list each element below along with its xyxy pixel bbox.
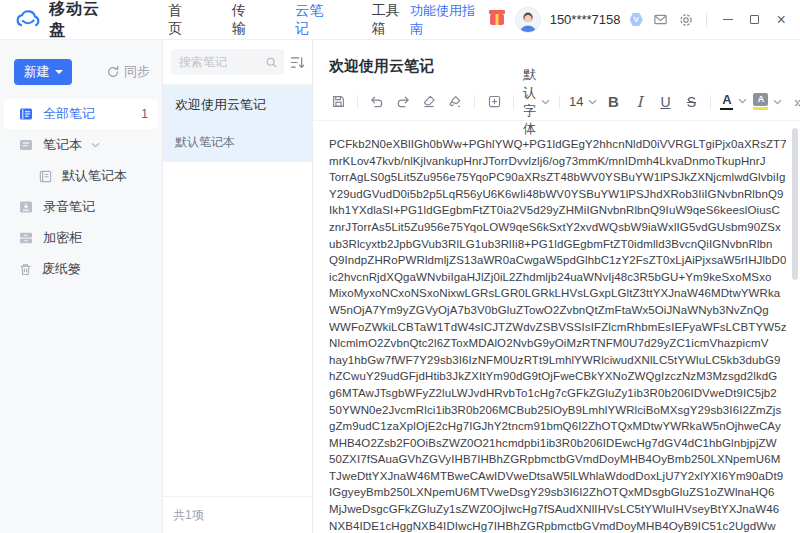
search-icon[interactable] [265, 56, 278, 69]
note-body-line: ub3Rlcyxtb2JpbGVub3RlLG1ub3RlIi8+PG1ldGE… [329, 236, 786, 253]
caret-down-icon [55, 70, 63, 74]
clear-format-icon[interactable] [442, 90, 468, 114]
note-body-line: TorrAgLS0g5Lit5Zu956e75YqoPC90aXRsZT48bW… [329, 169, 786, 186]
gift-icon[interactable] [490, 14, 503, 25]
insert-icon[interactable] [481, 90, 507, 114]
safe-box-icon [18, 230, 34, 246]
italic-button[interactable]: I [626, 90, 652, 114]
strikethrough-button[interactable]: S [678, 90, 704, 114]
app-window: 移动云盘 首页 传输 云笔记 工具箱 功能使用指南 150****7158 V [0, 0, 800, 533]
main-nav: 首页 传输 云笔记 工具箱 [168, 2, 410, 38]
nav-cloud-notes[interactable]: 云笔记 [295, 2, 333, 38]
highlight-color-button[interactable]: A [750, 93, 785, 110]
sidebar-item-label: 废纸篓 [42, 260, 81, 278]
note-body-line: NlcmlmO2ZvbnQtc2l6ZToxMDAlO2NvbG9yOiMzRT… [329, 335, 786, 352]
maximize-button[interactable] [746, 10, 764, 30]
sidebar-item-voice-notes[interactable]: 录音笔记 [4, 192, 158, 222]
note-body[interactable]: PCFkb2N0eXBlIGh0bWw+PGhlYWQ+PG1ldGEgY2hh… [313, 121, 800, 533]
account-phone[interactable]: 150****7158 [550, 12, 621, 27]
note-body-line: WWFoZWkiLCBTaW1TdW4sICJTZWdvZSBVSSIsIFZl… [329, 319, 786, 336]
font-size-value: 14 [569, 94, 583, 109]
save-icon[interactable] [325, 90, 351, 114]
chevron-down-icon [738, 98, 747, 104]
minimize-button[interactable] [719, 10, 737, 30]
sort-icon[interactable] [290, 56, 305, 69]
note-body-line: MHB4O2Zsb2F0OiBsZWZ0O21hcmdpbi1ib3R0b206… [329, 435, 786, 452]
sidebar-actions: 新建 同步 [0, 59, 162, 85]
sidebar-item-label: 全部笔记 [43, 105, 95, 123]
chevron-down-icon [541, 99, 550, 105]
eraser-icon[interactable] [416, 90, 442, 114]
note-body-line: TJweDttYXJnaW46MTBweCAwIDVweDtsaW5lLWhla… [329, 468, 786, 485]
note-body-line: hZCwuY29udGFjdHtib3JkZXItYm90dG9tOjFweCB… [329, 368, 786, 385]
note-body-line: mrKLov47kvb/nlKjlvankupHnrJTorrDvvlzlj6/… [329, 153, 786, 170]
voice-note-icon [18, 199, 34, 215]
text-color-icon: A [720, 93, 733, 111]
sidebar-item-label: 录音笔记 [43, 198, 95, 216]
font-size-select[interactable]: 14 [566, 94, 600, 109]
note-body-line: hay1hbGw7fWF7Y29sb3I6IzNFM0UzRTt9LmhlYWR… [329, 352, 786, 369]
trash-icon [18, 262, 33, 277]
avatar[interactable] [515, 7, 541, 33]
sidebar-item-notebooks[interactable]: 笔记本 [4, 130, 158, 160]
note-body-line: znrJTorrAs5Lit5Zu956e75YqoLOW9qeS6kSxtY2… [329, 219, 786, 236]
note-body-line: ic2hvcnRjdXQgaWNvbiIgaHJlZj0iL2Zhdmljb24… [329, 269, 786, 286]
sync-label: 同步 [124, 63, 150, 81]
sidebar-item-trash[interactable]: 废纸篓 [4, 254, 158, 284]
sync-button[interactable]: 同步 [106, 63, 150, 81]
nav-toolbox[interactable]: 工具箱 [372, 2, 410, 38]
sidebar: 新建 同步 [0, 40, 163, 533]
sidebar-item-all-notes[interactable]: 全部笔记 1 [4, 99, 158, 129]
content-row: 新建 同步 [0, 40, 800, 533]
note-count-badge: 1 [141, 107, 148, 121]
nav-home[interactable]: 首页 [168, 2, 194, 38]
note-body-line: MixoMyxoNCxoNSxoNixwLGRsLGR0LGRkLHVsLGxp… [329, 285, 786, 302]
settings-gear-icon[interactable] [678, 12, 694, 28]
divider [474, 95, 475, 109]
divider [559, 95, 560, 109]
note-title[interactable]: 欢迎使用云笔记 [313, 40, 800, 76]
note-body-line: g6MTAwJTsgbWFyZ2luLWJvdHRvbTo1cHg7cGFkZG… [329, 385, 786, 402]
note-count-footer: 共1项 [163, 496, 312, 533]
close-button[interactable]: × [772, 10, 790, 30]
editor-toolbar: 默认字体 14 B I U S [313, 83, 800, 121]
underline-button[interactable]: U [652, 90, 678, 114]
feature-guide-link[interactable]: 功能使用指南 [410, 2, 479, 38]
sidebar-item-default-notebook[interactable]: 默认笔记本 [4, 161, 158, 191]
scrollbar-thumb[interactable] [792, 128, 798, 280]
undo-icon[interactable] [364, 90, 390, 114]
note-body-line: gZm9udC1zaXplOjE2cHg7IGJhY2tncm91bmQ6I2Z… [329, 418, 786, 435]
sidebar-item-label: 笔记本 [43, 136, 82, 154]
editor-panel: 欢迎使用云笔记 [313, 40, 800, 533]
more-tools-icon[interactable]: » [785, 90, 800, 114]
new-note-button[interactable]: 新建 [14, 59, 72, 85]
note-icon [38, 169, 53, 184]
redo-icon[interactable] [390, 90, 416, 114]
nav-transfer[interactable]: 传输 [232, 2, 258, 38]
search-box [171, 49, 284, 75]
app-logo[interactable]: 移动云盘 [14, 0, 112, 41]
notebook-icon [18, 137, 34, 153]
note-body-line: Y29udGVudD0i5b2p5LqR56yU6K6wIi48bWV0YSBu… [329, 186, 786, 203]
bold-button[interactable]: B [600, 90, 626, 114]
vip-badge-icon[interactable]: V [630, 13, 643, 26]
sidebar-item-label: 加密柜 [43, 229, 82, 247]
highlight-color-icon: A [753, 93, 768, 110]
sidebar-item-label: 默认笔记本 [62, 167, 127, 185]
note-body-line: NXB4IDE1cHggNXB4IDIwcHg7IHBhZGRpbmctbGVm… [329, 518, 786, 533]
note-body-line: MjJweDsgcGFkZGluZy1sZWZ0OjIwcHg7fSAudXNl… [329, 501, 786, 518]
search-input[interactable] [179, 55, 265, 69]
header: 移动云盘 首页 传输 云笔记 工具箱 功能使用指南 150****7158 V [0, 0, 800, 40]
note-list-panel: 欢迎使用云笔记 默认笔记本 共1项 [163, 40, 313, 533]
mail-icon[interactable] [652, 12, 669, 27]
note-body-line: 50YWN0e2JvcmRlci1ib3R0b206MCBub25lOyB9Lm… [329, 402, 786, 419]
note-item-title: 欢迎使用云笔记 [175, 96, 300, 114]
text-color-button[interactable]: A [717, 93, 750, 111]
note-list-item[interactable]: 欢迎使用云笔记 默认笔记本 [163, 85, 312, 162]
note-body-line: W5nOjA7Ym9yZGVyOjA7b3V0bGluZTowO2ZvbnQtZ… [329, 302, 786, 319]
chevron-down-icon [91, 142, 100, 148]
divider [710, 95, 711, 109]
sidebar-item-safe-box[interactable]: 加密柜 [4, 223, 158, 253]
sync-icon [106, 65, 120, 79]
note-body-line: PCFkb2N0eXBlIGh0bWw+PGhlYWQ+PG1ldGEgY2hh… [329, 136, 786, 153]
